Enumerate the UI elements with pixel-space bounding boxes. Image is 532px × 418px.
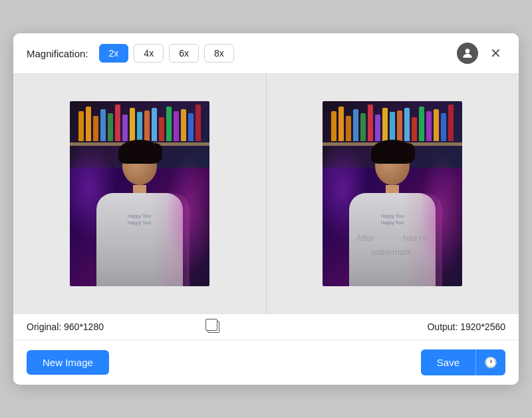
save-history-button[interactable]: 🕐 bbox=[475, 349, 505, 375]
output-image-pane: Happy TourHappy Tour After has no waterm… bbox=[266, 74, 519, 314]
output-photo: Happy TourHappy Tour After has no waterm… bbox=[323, 101, 462, 286]
clock-icon: 🕐 bbox=[484, 356, 497, 369]
output-dimensions: Output: 1920*2560 bbox=[427, 321, 505, 332]
user-avatar[interactable] bbox=[457, 43, 478, 64]
header: Magnification: 2x 4x 6x 8x ✕ bbox=[13, 33, 519, 74]
close-button[interactable]: ✕ bbox=[486, 45, 505, 61]
bottle-row-right bbox=[323, 104, 462, 141]
save-button[interactable]: Save bbox=[421, 349, 475, 375]
info-bar: Original: 960*1280 Output: 1920*2560 bbox=[13, 314, 519, 340]
new-image-button[interactable]: New Image bbox=[27, 350, 109, 375]
original-dimensions: Original: 960*1280 bbox=[27, 321, 104, 332]
app-window: Magnification: 2x 4x 6x 8x ✕ bbox=[13, 33, 519, 385]
footer: New Image Save 🕐 bbox=[13, 340, 519, 385]
mag-8x-button[interactable]: 8x bbox=[204, 44, 234, 63]
image-area: Happy TourHappy Tour bbox=[13, 74, 519, 314]
head-right bbox=[375, 146, 410, 185]
original-image-pane: Happy TourHappy Tour bbox=[13, 74, 266, 314]
bottle-row bbox=[70, 104, 209, 141]
magnification-buttons: 2x 4x 6x 8x bbox=[99, 44, 234, 63]
mag-4x-button[interactable]: 4x bbox=[134, 44, 164, 63]
person-figure-right: Happy TourHappy Tour bbox=[342, 146, 442, 286]
copy-icon[interactable] bbox=[207, 321, 219, 333]
magnification-label: Magnification: bbox=[27, 48, 88, 59]
svg-point-0 bbox=[466, 49, 470, 53]
save-group: Save 🕐 bbox=[421, 349, 505, 375]
mag-2x-button[interactable]: 2x bbox=[99, 44, 129, 63]
original-photo: Happy TourHappy Tour bbox=[70, 101, 209, 286]
body-left: Happy TourHappy Tour bbox=[96, 193, 183, 286]
body-right: Happy TourHappy Tour bbox=[349, 193, 436, 286]
mag-6x-button[interactable]: 6x bbox=[169, 44, 199, 63]
head-left bbox=[122, 146, 157, 185]
person-figure-left: Happy TourHappy Tour bbox=[90, 146, 190, 286]
